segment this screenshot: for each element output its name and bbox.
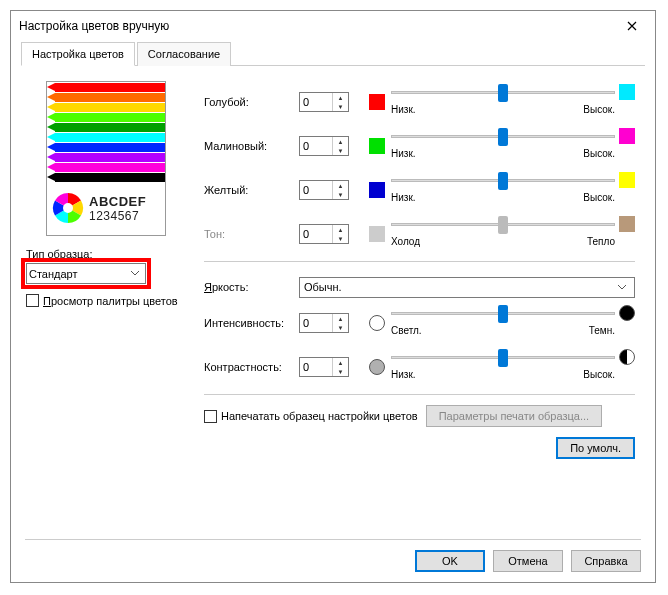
palette-checkbox[interactable]	[26, 294, 39, 307]
tab-color-settings[interactable]: Настройка цветов	[21, 42, 135, 66]
contrast-slider-thumb[interactable]	[498, 349, 508, 367]
contrast-high-swatch	[619, 349, 635, 365]
intensity-value[interactable]: 0	[300, 314, 332, 332]
magenta-slider-area: Низк.Высок.	[391, 128, 635, 164]
magenta-spin-down[interactable]	[333, 146, 348, 155]
ok-button[interactable]: OK	[415, 550, 485, 572]
titlebar: Настройка цветов вручную	[11, 11, 655, 41]
sample-type-value: Стандарт	[29, 268, 78, 280]
cyan-high-label: Высок.	[583, 104, 615, 115]
dialog-buttons: OK Отмена Справка	[25, 539, 641, 572]
tab-matching[interactable]: Согласование	[137, 42, 231, 66]
cyan-slider-thumb[interactable]	[498, 84, 508, 102]
intensity-slider-thumb[interactable]	[498, 305, 508, 323]
contrast-spin-down[interactable]	[333, 367, 348, 376]
tone-slider-thumb[interactable]	[498, 216, 508, 234]
contrast-spin-up[interactable]	[333, 358, 348, 367]
tone-spin-down[interactable]	[333, 234, 348, 243]
magenta-spin-up[interactable]	[333, 137, 348, 146]
intensity-low-swatch	[369, 315, 385, 331]
close-icon	[627, 21, 637, 31]
magenta-label: Малиновый:	[204, 140, 299, 152]
intensity-spinner[interactable]: 0	[299, 313, 349, 333]
close-button[interactable]	[617, 14, 647, 38]
tone-low-label: Холод	[391, 236, 420, 247]
magenta-value[interactable]: 0	[300, 137, 332, 155]
brightness-dropdown[interactable]: Обычн.	[299, 277, 635, 298]
contrast-high-label: Высок.	[583, 369, 615, 380]
yellow-spin-up[interactable]	[333, 181, 348, 190]
contrast-value[interactable]: 0	[300, 358, 332, 376]
tab-bar: Настройка цветов Согласование	[21, 41, 645, 66]
bottom-options: Напечатать образец настройки цветов Пара…	[204, 405, 635, 427]
magenta-high-swatch	[619, 128, 635, 144]
cyan-low-swatch	[369, 94, 385, 110]
tone-low-swatch	[369, 226, 385, 242]
cyan-spin-down[interactable]	[333, 102, 348, 111]
help-button[interactable]: Справка	[571, 550, 641, 572]
cyan-high-swatch	[619, 84, 635, 100]
default-button[interactable]: По умолч.	[556, 437, 635, 459]
divider	[204, 394, 635, 395]
yellow-high-label: Высок.	[583, 192, 615, 203]
brightness-row: Яркость: Обычн.	[204, 272, 635, 302]
intensity-row: Интенсивность: 0 Светл.Темн.	[204, 302, 635, 344]
pencils	[47, 82, 165, 182]
yellow-slider-thumb[interactable]	[498, 172, 508, 190]
magenta-spinner[interactable]: 0	[299, 136, 349, 156]
cyan-value[interactable]: 0	[300, 93, 332, 111]
sample-type-dropdown[interactable]: Стандарт	[26, 263, 146, 284]
divider	[204, 261, 635, 262]
left-column: ABCDEF 1234567 Тип образца: Стандарт Про…	[26, 81, 186, 459]
magenta-low-label: Низк.	[391, 148, 416, 159]
intensity-spin-down[interactable]	[333, 323, 348, 332]
content: ABCDEF 1234567 Тип образца: Стандарт Про…	[11, 66, 655, 474]
chevron-down-icon	[614, 285, 630, 290]
tone-row: Тон: 0 ХолодТепло	[204, 213, 635, 255]
tone-label: Тон:	[204, 228, 299, 240]
palette-checkbox-row[interactable]: Просмотр палитры цветов	[26, 294, 186, 307]
yellow-low-label: Низк.	[391, 192, 416, 203]
default-row: По умолч.	[204, 437, 635, 459]
dialog: Настройка цветов вручную Настройка цвето…	[10, 10, 656, 583]
contrast-low-label: Низк.	[391, 369, 416, 380]
intensity-high-swatch	[619, 305, 635, 321]
cyan-slider-area: Низк.Высок.	[391, 84, 635, 120]
tone-spinner[interactable]: 0	[299, 224, 349, 244]
tone-high-label: Тепло	[587, 236, 615, 247]
yellow-slider-area: Низк.Высок.	[391, 172, 635, 208]
intensity-spin-up[interactable]	[333, 314, 348, 323]
magenta-low-swatch	[369, 138, 385, 154]
cyan-spin-up[interactable]	[333, 93, 348, 102]
color-wheel-icon	[51, 191, 85, 225]
yellow-label: Желтый:	[204, 184, 299, 196]
cyan-low-label: Низк.	[391, 104, 416, 115]
yellow-high-swatch	[619, 172, 635, 188]
preview-nums: 1234567	[89, 209, 146, 223]
contrast-label: Контрастность:	[204, 361, 299, 373]
preview-bottom: ABCDEF 1234567	[47, 182, 165, 234]
yellow-row: Желтый: 0 Низк.Высок.	[204, 169, 635, 211]
tone-value[interactable]: 0	[300, 225, 332, 243]
print-sample-label: Напечатать образец настройки цветов	[221, 410, 418, 422]
tone-spin-up[interactable]	[333, 225, 348, 234]
cyan-spinner[interactable]: 0	[299, 92, 349, 112]
contrast-spinner[interactable]: 0	[299, 357, 349, 377]
print-params-button[interactable]: Параметры печати образца...	[426, 405, 602, 427]
svg-point-0	[63, 203, 73, 213]
cyan-label: Голубой:	[204, 96, 299, 108]
dialog-title: Настройка цветов вручную	[19, 19, 169, 33]
preview-image: ABCDEF 1234567	[46, 81, 166, 236]
yellow-spinner[interactable]: 0	[299, 180, 349, 200]
magenta-slider-thumb[interactable]	[498, 128, 508, 146]
print-sample-checkbox[interactable]	[204, 410, 217, 423]
yellow-spin-down[interactable]	[333, 190, 348, 199]
intensity-slider-area: Светл.Темн.	[391, 305, 635, 341]
intensity-label: Интенсивность:	[204, 317, 299, 329]
print-sample-checkbox-row[interactable]: Напечатать образец настройки цветов	[204, 410, 418, 423]
cancel-button[interactable]: Отмена	[493, 550, 563, 572]
tone-slider-area: ХолодТепло	[391, 216, 635, 252]
magenta-high-label: Высок.	[583, 148, 615, 159]
intensity-high-label: Темн.	[589, 325, 615, 336]
yellow-value[interactable]: 0	[300, 181, 332, 199]
